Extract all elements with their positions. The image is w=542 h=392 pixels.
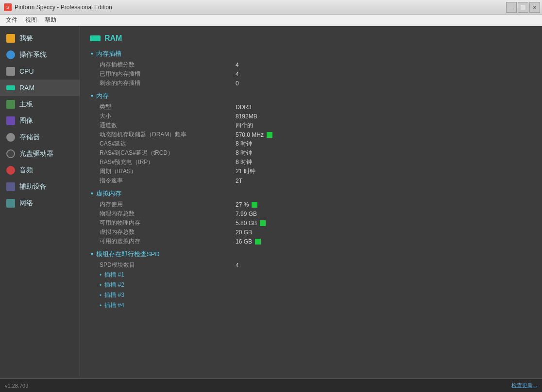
minimize-button[interactable]: —: [506, 2, 517, 13]
row-value: 4: [236, 71, 239, 78]
sidebar-label-cpu: CPU: [19, 67, 34, 75]
slot-label: 插槽 #2: [104, 281, 124, 289]
table-row: 内存使用 27 %: [100, 200, 532, 209]
table-row: 指令速率 2T: [100, 176, 532, 185]
table-row: 剩余的内存插槽 0: [100, 79, 532, 88]
sidebar-label-network: 网络: [19, 199, 33, 208]
sidebar-label-summary: 我要: [19, 34, 33, 43]
row-label: 可用的虚拟内存: [100, 237, 236, 245]
audio-icon: [6, 166, 15, 175]
row-value: 0: [236, 80, 239, 87]
app-icon: S: [4, 3, 12, 11]
row-value: 8 时钟: [236, 158, 252, 166]
row-label: SPD模块数目: [100, 261, 236, 269]
table-row: 可用的物理内存 5.80 GB: [100, 218, 532, 228]
sidebar: 我要 操作系统 CPU RAM 主板: [0, 26, 80, 378]
table-row: 周期（tRAS） 21 时钟: [100, 167, 532, 176]
sidebar-item-mb[interactable]: 主板: [0, 96, 80, 113]
list-item[interactable]: 插槽 #3: [100, 290, 532, 300]
menu-file[interactable]: 文件: [2, 15, 21, 25]
main-layout: 我要 操作系统 CPU RAM 主板: [0, 26, 542, 378]
table-row: 可用的虚拟内存 16 GB: [100, 237, 532, 246]
ram-icon: [6, 85, 15, 90]
row-value: 8 时钟: [236, 149, 252, 157]
memory-header: 内存: [90, 92, 532, 100]
table-row: 物理内存总数 7.99 GB: [100, 209, 532, 218]
gpu-icon: [6, 116, 15, 125]
row-label: 剩余的内存插槽: [100, 79, 236, 87]
sidebar-label-os: 操作系统: [19, 50, 47, 59]
sidebar-item-peripheral[interactable]: 辅助设备: [0, 179, 80, 195]
window-controls[interactable]: — ⬜ ✕: [506, 2, 540, 13]
row-value: 4: [236, 262, 239, 269]
storage-icon: [6, 133, 15, 142]
spd-rows: SPD模块数目 4 插槽 #1 插槽 #2 插槽 #3 插槽 #4: [90, 261, 532, 310]
table-row: RAS#到CAS#延迟（tRCD） 8 时钟: [100, 148, 532, 158]
row-value: 2T: [236, 178, 242, 184]
sidebar-item-network[interactable]: 网络: [0, 195, 80, 212]
spd-header: 模组存在即行检查SPD: [90, 250, 532, 259]
row-label: 可用的物理内存: [100, 219, 236, 227]
table-row: SPD模块数目 4: [100, 261, 532, 270]
close-button[interactable]: ✕: [529, 2, 540, 13]
row-value: 四个的: [236, 121, 253, 130]
update-link[interactable]: 检查更新...: [511, 382, 537, 389]
cpu-icon: [6, 67, 15, 76]
table-row: 内存插槽分数 4: [100, 60, 532, 69]
sidebar-item-gpu[interactable]: 图像: [0, 113, 80, 129]
row-label: 类型: [100, 103, 236, 111]
table-row: 动态随机存取储器（DRAM）频率 570.0 MHz: [100, 130, 532, 139]
row-label: 内存使用: [100, 200, 236, 209]
app-title: Piriform Speccy - Professional Edition: [15, 4, 112, 11]
row-value: DDR3: [236, 104, 252, 111]
status-indicator: [255, 239, 261, 245]
sidebar-label-mb: 主板: [19, 100, 33, 109]
optical-icon: [6, 149, 15, 158]
table-row: 虚拟内存总数 20 GB: [100, 228, 532, 237]
list-item[interactable]: 插槽 #1: [100, 270, 532, 280]
status-indicator: [267, 132, 272, 138]
virtual-memory-header: 虚拟内存: [90, 189, 532, 198]
memory-slots-header: 内存插槽: [90, 49, 532, 58]
sidebar-item-audio[interactable]: 音频: [0, 162, 80, 179]
title-bar: S Piriform Speccy - Professional Edition…: [0, 0, 542, 15]
sidebar-label-optical: 光盘驱动器: [19, 149, 53, 158]
memory-rows: 类型 DDR3 大小 8192MB 通道数 四个的 动态随机存取储器（DRAM）…: [90, 102, 532, 185]
sidebar-item-ram[interactable]: RAM: [0, 80, 80, 96]
sidebar-label-peripheral: 辅助设备: [19, 182, 47, 191]
list-item[interactable]: 插槽 #4: [100, 300, 532, 310]
slot-label: 插槽 #3: [104, 291, 124, 299]
sidebar-item-summary[interactable]: 我要: [0, 30, 80, 47]
slot-label: 插槽 #4: [104, 301, 124, 310]
row-value: 20 GB: [236, 229, 252, 236]
sidebar-item-os[interactable]: 操作系统: [0, 47, 80, 63]
row-value: 16 GB: [236, 238, 261, 245]
network-icon: [6, 199, 15, 208]
row-label: 大小: [100, 112, 236, 120]
menu-help[interactable]: 帮助: [41, 15, 60, 25]
row-label: 指令速率: [100, 177, 236, 185]
restore-button[interactable]: ⬜: [518, 2, 528, 13]
os-icon: [6, 50, 15, 59]
sidebar-item-optical[interactable]: 光盘驱动器: [0, 146, 80, 162]
list-item[interactable]: 插槽 #2: [100, 280, 532, 290]
sidebar-item-storage[interactable]: 存储器: [0, 129, 80, 146]
content-area: RAM 内存插槽 内存插槽分数 4 已用的内存插槽 4 剩余的内存插槽 0: [80, 26, 542, 378]
row-value: 7.99 GB: [236, 211, 257, 217]
menu-view[interactable]: 视图: [21, 15, 41, 25]
peripheral-icon: [6, 182, 15, 191]
row-label: 虚拟内存总数: [100, 228, 236, 236]
row-label: CAS#延迟: [100, 140, 236, 148]
section-title: RAM: [90, 34, 532, 43]
status-indicator: [260, 220, 266, 226]
table-row: RAS#预充电（tRP） 8 时钟: [100, 158, 532, 167]
version-label: v1.28.709: [5, 383, 28, 389]
virtual-memory-section: 虚拟内存 内存使用 27 % 物理内存总数 7.99 GB 可用的物理内存: [90, 189, 532, 246]
row-value: 4: [236, 62, 239, 68]
row-value: 27 %: [236, 201, 257, 208]
slot-label: 插槽 #1: [104, 271, 124, 279]
ram-section-icon: [90, 35, 101, 41]
row-value: 570.0 MHz: [236, 131, 272, 138]
sidebar-item-cpu[interactable]: CPU: [0, 63, 80, 80]
memory-slots-section: 内存插槽 内存插槽分数 4 已用的内存插槽 4 剩余的内存插槽 0: [90, 49, 532, 88]
